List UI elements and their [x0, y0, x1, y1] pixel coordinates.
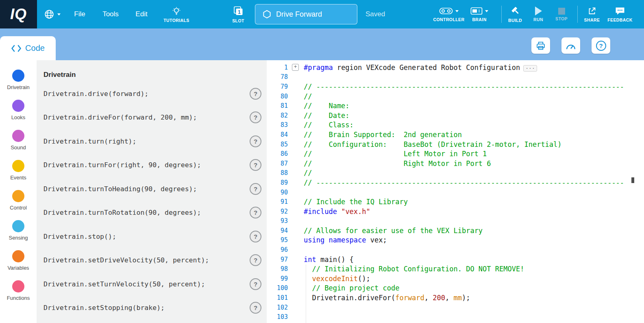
sidebar-item-sensing[interactable]: Sensing — [0, 215, 37, 245]
code-line[interactable]: 100 // Begin project code — [267, 284, 644, 293]
help-button[interactable]: ? — [592, 37, 610, 54]
command-text[interactable]: Drivetrain.turnToHeading(90, degrees); — [44, 185, 197, 193]
command-text[interactable]: Drivetrain.turnFor(right, 90, degrees); — [44, 161, 201, 169]
sidebar-item-events[interactable]: Events — [0, 155, 37, 185]
command-help-button[interactable]: ? — [250, 88, 261, 100]
fold-expand-icon[interactable]: + — [292, 64, 299, 71]
command-help-button[interactable]: ? — [250, 207, 261, 218]
line-number: 92 — [267, 208, 288, 215]
command-help-button[interactable]: ? — [250, 183, 261, 195]
tutorials-button[interactable]: TUTORIALS — [159, 0, 194, 28]
collapsed-region-indicator[interactable]: ··· — [523, 65, 537, 72]
code-line[interactable]: 95using namespace vex; — [267, 236, 644, 245]
print-button[interactable] — [531, 37, 550, 54]
code-line[interactable]: 94// Allows for easier use of the VEX Li… — [267, 226, 644, 236]
sidebar-item-variables[interactable]: Variables — [0, 245, 37, 275]
feedback-button[interactable]: FEEDBACK — [606, 0, 634, 28]
code-line[interactable]: 101 Drivetrain.driveFor(forward, 200, mm… — [267, 293, 644, 303]
code-line[interactable]: 92#include "vex.h" — [267, 207, 644, 216]
code-line[interactable]: 93 — [267, 216, 644, 226]
code-line[interactable]: 84// Brain Supported: 2nd generation — [267, 130, 644, 140]
command-row: Drivetrain.turnToRotation(90, degrees);? — [37, 201, 267, 225]
command-text[interactable]: Drivetrain.setStopping(brake); — [44, 304, 165, 312]
code-line[interactable]: 80// — [267, 92, 644, 101]
code-line[interactable]: 78 — [267, 72, 644, 82]
code-line[interactable]: 90 — [267, 188, 644, 197]
run-button[interactable]: RUN — [528, 0, 549, 28]
code-text: // Begin project code — [304, 284, 399, 292]
code-brackets-icon — [11, 44, 22, 52]
sidebar-item-looks[interactable]: Looks — [0, 95, 37, 125]
indent-guide — [306, 264, 306, 323]
menu-tools-label: Tools — [102, 10, 119, 18]
sidebar-item-drivetrain[interactable]: Drivetrain — [0, 65, 37, 95]
command-text[interactable]: Drivetrain.driveFor(forward, 200, mm); — [44, 113, 197, 121]
command-text[interactable]: Drivetrain.turnToRotation(90, degrees); — [44, 209, 201, 216]
build-button[interactable]: BUILD — [504, 0, 526, 28]
printer-icon — [535, 41, 546, 51]
code-line[interactable]: 91// Include the IQ Library — [267, 197, 644, 207]
gauge-icon — [565, 41, 577, 50]
code-line[interactable]: 96 — [267, 245, 644, 255]
line-number: 87 — [267, 160, 288, 167]
menu-file[interactable]: File — [67, 0, 92, 28]
code-line[interactable]: 97int main() { — [267, 255, 644, 264]
project-name-button[interactable]: Drive Forward — [255, 4, 357, 24]
command-row: Drivetrain.stop();? — [37, 225, 267, 249]
command-help-button[interactable]: ? — [250, 278, 261, 290]
line-number: 97 — [267, 256, 288, 263]
code-editor[interactable]: 1+#pragma region VEXcode Generated Robot… — [267, 60, 644, 323]
share-icon — [587, 6, 597, 16]
code-line[interactable]: 103 — [267, 312, 644, 322]
sidebar-item-sound[interactable]: Sound — [0, 125, 37, 155]
code-line[interactable]: 86// Left Motor in Port 1 — [267, 149, 644, 159]
code-line[interactable]: 81// Name: — [267, 101, 644, 111]
command-row: Drivetrain.setDriveVelocity(50, percent)… — [37, 249, 267, 273]
command-help-button[interactable]: ? — [250, 254, 261, 266]
command-help-button[interactable]: ? — [250, 135, 261, 147]
controller-button[interactable]: CONTROLLER — [430, 0, 468, 28]
line-number: 95 — [267, 236, 288, 244]
code-line[interactable]: 1+#pragma region VEXcode Generated Robot… — [267, 63, 644, 72]
sidebar-item-control[interactable]: Control — [0, 185, 37, 215]
code-line[interactable]: 89// -----------------------------------… — [267, 178, 644, 188]
code-line[interactable]: 99 vexcodeInit(); — [267, 274, 644, 284]
command-text[interactable]: Drivetrain.setDriveVelocity(50, percent)… — [44, 256, 209, 264]
command-help-button[interactable]: ? — [250, 111, 261, 123]
code-line[interactable]: 88// — [267, 168, 644, 178]
command-row: Drivetrain.driveFor(forward, 200, mm);? — [37, 106, 267, 130]
code-line[interactable]: 85// Configuration: BaseBot (Drivetrain … — [267, 140, 644, 149]
tab-code[interactable]: Code — [0, 36, 56, 60]
command-text[interactable]: Drivetrain.setTurnVelocity(50, percent); — [44, 280, 205, 288]
code-line[interactable]: 87// Right Motor in Port 6 — [267, 159, 644, 168]
dashboard-button[interactable] — [561, 37, 580, 54]
code-line[interactable]: 83// Class: — [267, 120, 644, 130]
hexagon-icon — [262, 9, 272, 19]
category-color-icon — [12, 160, 24, 172]
menu-edit[interactable]: Edit — [129, 0, 154, 28]
code-line[interactable]: 102 — [267, 303, 644, 312]
share-button[interactable]: SHARE — [581, 0, 603, 28]
command-help-button[interactable]: ? — [250, 159, 261, 171]
command-help-button[interactable]: ? — [250, 302, 261, 314]
line-number: 82 — [267, 112, 288, 119]
menu-tools[interactable]: Tools — [98, 0, 124, 28]
globe-icon — [44, 9, 54, 20]
slot-button[interactable]: 1 SLOT — [224, 0, 252, 28]
stop-button[interactable]: STOP — [551, 0, 572, 28]
command-panel: Drivetrain Drivetrain.drive(forward);?Dr… — [37, 60, 267, 323]
code-line[interactable]: 98 // Initializing Robot Configuration. … — [267, 264, 644, 274]
code-text: // — [304, 92, 312, 100]
language-selector[interactable] — [39, 0, 65, 28]
code-text: // Name: — [304, 102, 350, 110]
code-line[interactable]: 79// -----------------------------------… — [267, 82, 644, 92]
command-text[interactable]: Drivetrain.drive(forward); — [44, 90, 148, 98]
command-help-button[interactable]: ? — [250, 231, 261, 242]
sidebar-item-functions[interactable]: Functions — [0, 275, 37, 306]
command-text[interactable]: Drivetrain.stop(); — [44, 233, 116, 240]
category-label: Events — [10, 175, 26, 181]
command-text[interactable]: Drivetrain.turn(right); — [44, 137, 136, 145]
code-line[interactable]: 82// Date: — [267, 111, 644, 120]
save-status: Saved — [366, 0, 385, 28]
brain-button[interactable]: BRAIN — [466, 0, 493, 28]
